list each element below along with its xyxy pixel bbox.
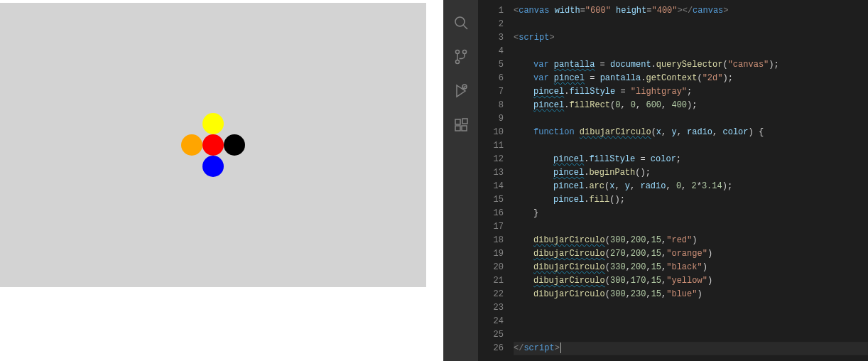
line-number: 24 — [478, 315, 504, 328]
line-number: 17 — [478, 220, 504, 234]
line-number: 9 — [478, 112, 504, 126]
code-line[interactable]: dibujarCirculo(300,230,15,"blue") — [514, 288, 868, 301]
extensions-icon[interactable] — [444, 108, 478, 142]
code-line[interactable]: dibujarCirculo(330,200,15,"black") — [514, 261, 868, 274]
svg-line-1 — [464, 26, 468, 30]
code-line[interactable]: pincel.fillStyle = color; — [514, 153, 868, 166]
code-line[interactable]: function dibujarCirculo(x, y, radio, col… — [514, 126, 868, 139]
line-number: 7 — [478, 85, 504, 99]
code-line[interactable] — [514, 328, 868, 342]
line-number: 16 — [478, 207, 504, 220]
run-debug-icon[interactable] — [444, 74, 478, 108]
line-number: 25 — [478, 328, 504, 342]
line-number-gutter: 1234567891011121314151617181920212223242… — [478, 0, 514, 361]
line-number: 23 — [478, 301, 504, 315]
preview-pane — [0, 0, 443, 361]
code-line[interactable]: pincel.beginPath(); — [514, 166, 868, 180]
code-line[interactable]: dibujarCirculo(300,200,15,"red") — [514, 234, 868, 247]
line-number: 14 — [478, 180, 504, 193]
code-line[interactable]: var pantalla = document.querySelector("c… — [514, 58, 868, 72]
code-line[interactable]: var pincel = pantalla.getContext("2d"); — [514, 72, 868, 85]
source-control-icon[interactable] — [444, 40, 478, 74]
line-number: 11 — [478, 139, 504, 153]
code-line[interactable]: pincel.fillStyle = "lightgray"; — [514, 85, 868, 99]
canvas-wrapper — [0, 0, 426, 287]
line-number: 12 — [478, 153, 504, 166]
svg-rect-7 — [455, 126, 460, 131]
code-line[interactable]: </script> — [514, 342, 868, 355]
svg-rect-6 — [455, 119, 460, 124]
line-number: 20 — [478, 261, 504, 274]
line-number: 5 — [478, 58, 504, 72]
code-line[interactable]: pincel.fill(); — [514, 193, 868, 207]
line-number: 6 — [478, 72, 504, 85]
code-line[interactable] — [514, 301, 868, 315]
line-number: 4 — [478, 45, 504, 58]
code-line[interactable]: <canvas width="600" height="400"></canva… — [514, 4, 868, 18]
preview-canvas — [0, 3, 426, 287]
code-content[interactable]: <canvas width="600" height="400"></canva… — [514, 0, 868, 361]
line-number: 3 — [478, 31, 504, 45]
line-number: 26 — [478, 342, 504, 355]
activity-bar — [444, 0, 478, 361]
code-line[interactable]: dibujarCirculo(300,170,15,"yellow") — [514, 274, 868, 288]
line-number: 1 — [478, 4, 504, 18]
line-number: 15 — [478, 193, 504, 207]
search-icon[interactable] — [444, 6, 478, 40]
line-number: 10 — [478, 126, 504, 139]
svg-point-0 — [455, 17, 465, 26]
line-number: 21 — [478, 274, 504, 288]
code-line[interactable] — [514, 315, 868, 328]
svg-point-3 — [456, 50, 460, 54]
line-number: 18 — [478, 234, 504, 247]
code-line[interactable] — [514, 112, 868, 126]
code-line[interactable] — [514, 18, 868, 31]
code-line[interactable]: pincel.arc(x, y, radio, 0, 2*3.14); — [514, 180, 868, 193]
line-number: 2 — [478, 18, 504, 31]
svg-rect-9 — [462, 119, 467, 124]
line-number: 8 — [478, 99, 504, 112]
code-line[interactable]: pincel.fillRect(0, 0, 600, 400); — [514, 99, 868, 112]
svg-point-2 — [463, 50, 467, 54]
line-number: 22 — [478, 288, 504, 301]
code-line[interactable] — [514, 45, 868, 58]
code-line[interactable]: dibujarCirculo(270,200,15,"orange") — [514, 247, 868, 261]
line-number: 19 — [478, 247, 504, 261]
svg-rect-8 — [462, 126, 467, 131]
code-area[interactable]: 1234567891011121314151617181920212223242… — [478, 0, 868, 361]
line-number: 13 — [478, 166, 504, 180]
code-line[interactable]: <script> — [514, 31, 868, 45]
code-line[interactable]: } — [514, 207, 868, 220]
code-line[interactable] — [514, 220, 868, 234]
code-line[interactable] — [514, 139, 868, 153]
svg-point-4 — [456, 60, 460, 64]
text-cursor — [560, 343, 561, 353]
editor-container: 1234567891011121314151617181920212223242… — [443, 0, 868, 361]
